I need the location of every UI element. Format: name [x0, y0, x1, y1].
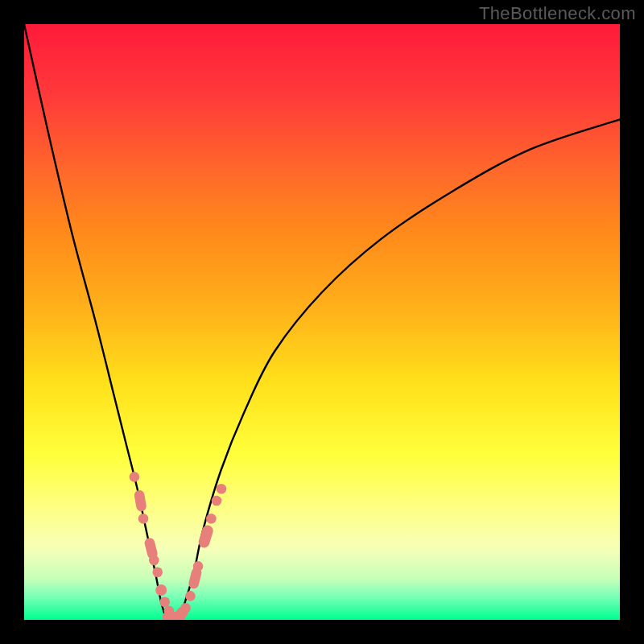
data-marker: [212, 496, 222, 506]
data-marker: [149, 555, 159, 566]
bottleneck-curve: [24, 24, 620, 620]
chart-frame: TheBottleneck.com: [0, 0, 644, 644]
data-marker: [193, 561, 204, 572]
data-marker: [206, 514, 217, 524]
data-marker: [134, 489, 147, 512]
data-marker: [130, 472, 140, 482]
watermark-text: TheBottleneck.com: [479, 3, 636, 24]
data-marker: [152, 568, 163, 578]
data-marker: [155, 584, 167, 596]
data-marker: [217, 484, 227, 494]
plot-area: [24, 24, 620, 620]
data-marker: [180, 603, 191, 613]
data-marker: [197, 524, 214, 549]
data-marker: [138, 514, 149, 524]
data-markers-group: [130, 472, 227, 620]
data-marker: [159, 597, 170, 608]
data-marker: [185, 591, 196, 601]
bottleneck-curve-svg: [24, 24, 620, 620]
